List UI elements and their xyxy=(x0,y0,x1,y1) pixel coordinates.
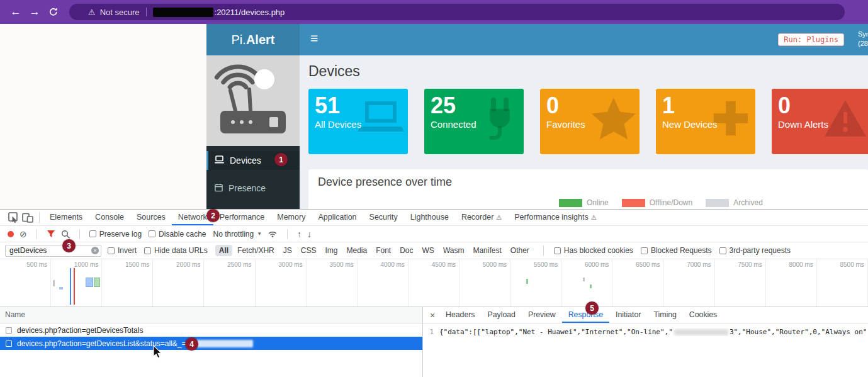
clear-icon[interactable]: ⊘ xyxy=(20,229,27,239)
tab-recorder-label: Recorder xyxy=(461,210,493,225)
legend-label-online: Online xyxy=(587,198,609,207)
timeline-tick: 8000 ms xyxy=(766,259,817,307)
search-icon[interactable] xyxy=(61,230,70,239)
tab-performance[interactable]: Performance xyxy=(213,210,271,225)
request-row[interactable]: devices.php?action=getDevicesTotals xyxy=(0,324,422,337)
throttling-select[interactable]: No throttling ▼ xyxy=(213,230,262,239)
filter-icon[interactable] xyxy=(47,230,55,238)
inspect-element-icon[interactable] xyxy=(5,212,20,223)
stat-card-new-devices[interactable]: 1 New Devices xyxy=(656,89,755,154)
request-row-selected[interactable]: devices.php?action=getDevicesList&status… xyxy=(0,337,422,350)
back-icon[interactable]: ← xyxy=(6,6,25,18)
device-toolbar-icon[interactable] xyxy=(20,213,35,223)
tab-lighthouse[interactable]: Lighthouse xyxy=(404,210,455,225)
has-blocked-cookies-toggle[interactable]: Has blocked cookies xyxy=(554,246,633,255)
tab-headers[interactable]: Headers xyxy=(439,307,481,323)
not-secure-warning-icon: ⚠ xyxy=(88,8,96,17)
filter-type-all[interactable]: All xyxy=(215,245,232,256)
filter-type-img[interactable]: Img xyxy=(321,245,341,256)
tab-application[interactable]: Application xyxy=(312,210,363,225)
filter-type-fetch-xhr[interactable]: Fetch/XHR xyxy=(234,245,278,256)
filter-type-wasm[interactable]: Wasm xyxy=(439,245,468,256)
invert-toggle[interactable]: Invert xyxy=(108,246,137,255)
close-icon[interactable]: × xyxy=(426,310,439,320)
legend-label-archived: Archived xyxy=(733,198,763,207)
invert-checkbox[interactable] xyxy=(108,247,115,254)
tab-performance-insights[interactable]: Performance insights ⚠ xyxy=(508,210,602,225)
disable-cache-checkbox[interactable] xyxy=(149,230,155,237)
details-tabbar: × Headers Payload Preview Response Initi… xyxy=(423,307,868,324)
experiment-icon: ⚠ xyxy=(496,210,502,225)
filter-type-other[interactable]: Other xyxy=(507,245,533,256)
record-button[interactable] xyxy=(8,231,14,237)
request-list-header[interactable]: Name xyxy=(0,307,422,324)
filter-type-ws[interactable]: WS xyxy=(419,245,438,256)
third-party-requests-checkbox[interactable] xyxy=(719,247,726,254)
hide-data-urls-checkbox[interactable] xyxy=(144,247,151,254)
hide-data-urls-toggle[interactable]: Hide data URLs xyxy=(144,246,208,255)
router-illustration xyxy=(206,55,300,146)
timeline-tick: 500 ms xyxy=(0,259,51,307)
stat-card-connected[interactable]: 25 Connected xyxy=(424,89,524,154)
invert-label: Invert xyxy=(118,246,137,255)
blocked-requests-checkbox[interactable] xyxy=(641,247,648,254)
sidebar-item-presence[interactable]: Presence xyxy=(206,179,300,198)
filter-type-doc[interactable]: Doc xyxy=(396,245,417,256)
preserve-log-toggle[interactable]: Preserve log xyxy=(89,230,142,239)
redacted-host xyxy=(153,8,213,17)
tab-recorder[interactable]: Recorder ⚠ xyxy=(455,210,508,225)
run-plugins-button[interactable]: Run: Plugins xyxy=(778,33,844,46)
page-content: Devices 51 All Devices 25 Connected xyxy=(300,55,868,209)
webpage-background: Pi.Alert xyxy=(0,24,868,209)
chart-legend: Online Offline/Down Archived xyxy=(559,198,772,207)
reload-icon[interactable] xyxy=(44,7,63,17)
filter-type-css[interactable]: CSS xyxy=(297,245,320,256)
tab-console[interactable]: Console xyxy=(89,210,130,225)
timeline-activity-mark xyxy=(53,280,55,286)
tab-preview[interactable]: Preview xyxy=(522,307,562,323)
tab-payload[interactable]: Payload xyxy=(481,307,521,323)
response-content[interactable]: 1 {"data":[["laptop","Net - Huawei","Int… xyxy=(423,324,868,336)
preserve-log-label: Preserve log xyxy=(99,230,142,239)
filter-type-media[interactable]: Media xyxy=(342,245,371,256)
clear-filter-icon[interactable]: × xyxy=(91,247,99,254)
menu-toggle-icon[interactable]: ≡ xyxy=(310,31,318,46)
third-party-requests-toggle[interactable]: 3rd-party requests xyxy=(719,246,791,255)
stat-card-all-devices[interactable]: 51 All Devices xyxy=(308,89,408,154)
tab-sources[interactable]: Sources xyxy=(130,210,172,225)
navbar-right-line1: Sym xyxy=(858,30,868,39)
filter-type-manifest[interactable]: Manifest xyxy=(469,245,505,256)
browser-toolbar: ← → ⚠ Not secure :20211/devices.php xyxy=(0,0,868,24)
filter-type-js[interactable]: JS xyxy=(279,245,296,256)
tab-security[interactable]: Security xyxy=(363,210,404,225)
app-logo[interactable]: Pi.Alert xyxy=(206,24,300,55)
redacted-query-param xyxy=(193,340,253,347)
network-filter-input[interactable] xyxy=(5,245,101,257)
tab-cookies[interactable]: Cookies xyxy=(683,307,723,323)
caret-down-icon: ▼ xyxy=(257,231,262,237)
preserve-log-checkbox[interactable] xyxy=(89,230,96,237)
screen: ← → ⚠ Not secure :20211/devices.php Pi.A… xyxy=(0,0,868,377)
import-har-icon[interactable]: ↑ xyxy=(297,229,302,239)
toolbar-divider xyxy=(37,229,37,239)
laptop-icon xyxy=(215,155,224,166)
network-conditions-icon[interactable] xyxy=(268,230,278,238)
stat-card-favorites[interactable]: 0 Favorites xyxy=(540,89,640,154)
tab-timing[interactable]: Timing xyxy=(647,307,682,323)
disable-cache-toggle[interactable]: Disable cache xyxy=(149,230,206,239)
has-blocked-cookies-checkbox[interactable] xyxy=(554,247,561,254)
top-navbar: ≡ Run: Plugins Sym (28, xyxy=(300,24,868,55)
network-overview-timeline[interactable]: 500 ms 1000 ms 1500 ms 2000 ms 2500 ms 3… xyxy=(0,259,868,307)
tab-memory[interactable]: Memory xyxy=(271,210,312,225)
forward-icon[interactable]: → xyxy=(25,6,44,18)
address-divider xyxy=(146,8,147,16)
stat-card-down-alerts[interactable]: 0 Down Alerts xyxy=(772,89,868,154)
request-name: devices.php?action=getDevicesTotals xyxy=(17,326,143,335)
filter-type-font[interactable]: Font xyxy=(372,245,395,256)
export-har-icon[interactable]: ↓ xyxy=(307,229,312,239)
blocked-requests-toggle[interactable]: Blocked Requests xyxy=(641,246,712,255)
timeline-ruler: 500 ms 1000 ms 1500 ms 2000 ms 2500 ms 3… xyxy=(0,259,868,307)
address-bar[interactable]: ⚠ Not secure :20211/devices.php xyxy=(69,4,845,20)
tab-elements[interactable]: Elements xyxy=(43,210,89,225)
tab-initiator[interactable]: Initiator xyxy=(609,307,647,323)
